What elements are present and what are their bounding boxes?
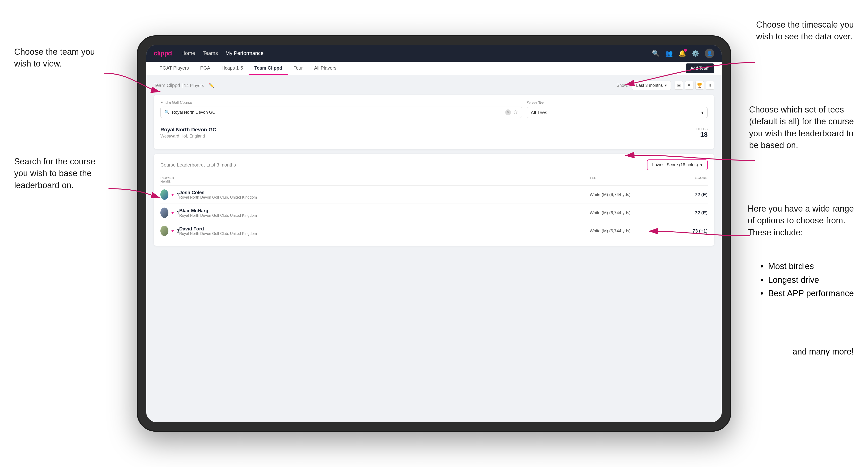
annotation-options: Here you have a wide rangeof options to … (748, 203, 854, 239)
player-info-josh: Josh Coles Royal North Devon Golf Club, … (179, 190, 590, 199)
holes-label: Holes (696, 127, 708, 131)
player-info-blair: Blair McHarg Royal North Devon Golf Club… (179, 208, 590, 218)
show-controls: Show: Last 3 months ▾ ⊞ ≡ 🏆 ⬇ (617, 81, 714, 90)
tab-pgat-players[interactable]: PGAT Players (154, 62, 195, 75)
rank-number: 1 (177, 210, 179, 216)
annotation-choose-team: Choose the team youwish to view. (14, 46, 95, 70)
notification-icon[interactable]: 🔔 (678, 50, 686, 57)
course-location: Westward Ho!, England (160, 134, 216, 139)
score-chevron-icon: ▾ (700, 162, 703, 167)
score-type-dropdown[interactable]: Lowest Score (18 holes) ▾ (647, 159, 708, 170)
search-icon-small: 🔍 (164, 110, 169, 115)
col-score: SCORE (660, 176, 708, 184)
rank-number: 3 (177, 228, 179, 234)
leaderboard-header: Course Leaderboard, Last 3 months Lowest… (160, 159, 708, 170)
player-name: Blair McHarg (179, 208, 257, 214)
avatar-josh (160, 189, 168, 200)
annotation-search: Search for the courseyou wish to base th… (14, 156, 95, 191)
col-spacer (179, 176, 590, 184)
tab-hcaps[interactable]: Hcaps 1-5 (216, 62, 249, 75)
tab-team-clippd[interactable]: Team Clippd (249, 62, 288, 75)
nav-link-home[interactable]: Home (181, 50, 195, 56)
player-table: PLAYER NAME TEE SCORE ♥ 1 (160, 174, 708, 240)
score-cell: 73 (+1) (660, 228, 708, 234)
player-name: David Ford (179, 226, 257, 231)
leaderboard-title: Course Leaderboard, Last 3 months (160, 162, 236, 168)
score-cell: 72 (E) (660, 192, 708, 197)
col-tee: TEE (590, 176, 660, 184)
score-cell: 72 (E) (660, 210, 708, 216)
nav-link-my-performance[interactable]: My Performance (225, 50, 264, 56)
player-rank-2: ♥ 1 (160, 208, 179, 218)
player-club: Royal North Devon Golf Club, United King… (179, 195, 257, 199)
sub-nav-tabs: PGAT Players PGA Hcaps 1-5 Team Clippd T… (154, 62, 686, 75)
course-name: Royal North Devon GC (160, 127, 216, 133)
annotation-bullets: • Most birdies • Longest drive • Best AP… (761, 259, 854, 300)
tee-chevron-icon: ▾ (701, 110, 704, 115)
tee-cell: White (M) (6,744 yds) (590, 228, 660, 234)
holes-badge: Holes 18 (696, 127, 708, 138)
tee-field: Select Tee All Tees ▾ (527, 101, 708, 118)
tablet-screen: clippd Home Teams My Performance 🔍 👥 🔔 ⚙… (146, 45, 722, 422)
avatar-blair (160, 208, 168, 218)
team-title: Team Clippd | 14 Players (154, 83, 204, 88)
table-row: ♥ 3 David Ford Royal North Devon Golf Cl… (160, 222, 708, 240)
main-content: Team Clippd | 14 Players ✏️ Show: Last 3… (146, 75, 722, 422)
tee-label: Select Tee (527, 101, 708, 105)
heart-icon: ♥ (171, 210, 174, 215)
chevron-down-icon: ▾ (665, 83, 667, 88)
course-search-input[interactable] (172, 110, 503, 115)
tee-cell: White (M) (6,744 yds) (590, 210, 660, 215)
nav-icons: 🔍 👥 🔔 ⚙️ 👤 (652, 49, 714, 58)
search-icon[interactable]: 🔍 (652, 50, 659, 57)
tablet-frame: clippd Home Teams My Performance 🔍 👥 🔔 ⚙… (137, 35, 731, 432)
leaderboard-card: Course Leaderboard, Last 3 months Lowest… (154, 154, 714, 246)
player-info-david: David Ford Royal North Devon Golf Club, … (179, 226, 590, 236)
tee-dropdown[interactable]: All Tees ▾ (527, 107, 708, 118)
course-search-label: Find a Golf Course (160, 100, 522, 105)
player-name: Josh Coles (179, 190, 257, 195)
search-input-wrapper: 🔍 ✕ ☆ (160, 106, 522, 118)
add-team-button[interactable]: Add Team (686, 63, 714, 73)
sub-nav: PGAT Players PGA Hcaps 1-5 Team Clippd T… (146, 62, 722, 75)
heart-icon: ♥ (171, 192, 174, 197)
edit-icon[interactable]: ✏️ (209, 83, 214, 88)
trophy-view-button[interactable]: 🏆 (695, 81, 704, 90)
grid-view-button[interactable]: ⊞ (675, 81, 683, 90)
rank-number: 1 (177, 192, 179, 197)
tab-all-players[interactable]: All Players (309, 62, 342, 75)
annotation-and-more: and many more! (793, 347, 854, 356)
avatar[interactable]: 👤 (705, 49, 714, 58)
tab-pga[interactable]: PGA (195, 62, 216, 75)
course-result: Royal North Devon GC Westward Ho!, Engla… (160, 122, 708, 144)
favorite-icon[interactable]: ☆ (513, 109, 518, 115)
annotation-tees: Choose which set of tees(default is all)… (749, 104, 854, 151)
list-view-button[interactable]: ≡ (685, 81, 693, 90)
tab-tour[interactable]: Tour (288, 62, 309, 75)
player-rank-1: ♥ 1 (160, 189, 179, 200)
download-button[interactable]: ⬇ (706, 81, 714, 90)
nav-bar: clippd Home Teams My Performance 🔍 👥 🔔 ⚙… (146, 45, 722, 62)
player-rank-3: ♥ 3 (160, 226, 179, 236)
search-field: Find a Golf Course 🔍 ✕ ☆ (160, 100, 522, 118)
table-row: ♥ 1 Blair McHarg Royal North Devon Golf … (160, 204, 708, 222)
show-dropdown[interactable]: Last 3 months ▾ (632, 81, 671, 90)
table-row: ♥ 1 Josh Coles Royal North Devon Golf Cl… (160, 186, 708, 204)
team-header: Team Clippd | 14 Players ✏️ Show: Last 3… (154, 81, 714, 90)
holes-count: 18 (696, 131, 708, 138)
clear-button[interactable]: ✕ (505, 110, 511, 115)
player-club: Royal North Devon Golf Club, United King… (179, 214, 257, 218)
people-icon[interactable]: 👥 (665, 50, 673, 57)
annotation-timescale: Choose the timescale youwish to see the … (756, 19, 854, 43)
nav-links: Home Teams My Performance (181, 50, 652, 56)
notification-dot (684, 49, 687, 52)
heart-icon: ♥ (171, 228, 174, 234)
table-header: PLAYER NAME TEE SCORE (160, 174, 708, 186)
search-row: Find a Golf Course 🔍 ✕ ☆ Select Tee All … (160, 100, 708, 118)
avatar-david (160, 226, 168, 236)
player-club: Royal North Devon Golf Club, United King… (179, 231, 257, 236)
settings-icon[interactable]: ⚙️ (691, 50, 699, 57)
nav-link-teams[interactable]: Teams (203, 50, 218, 56)
course-info: Royal North Devon GC Westward Ho!, Engla… (160, 127, 216, 139)
view-icons: ⊞ ≡ 🏆 ⬇ (675, 81, 714, 90)
